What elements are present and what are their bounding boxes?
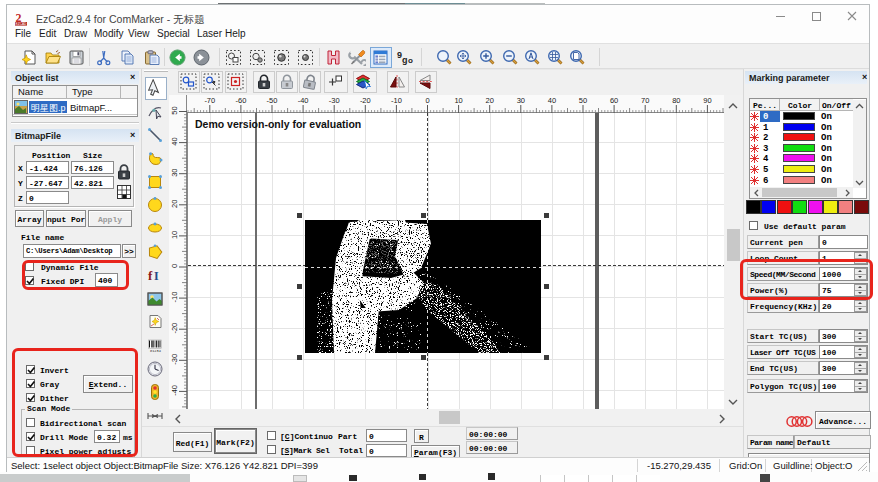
svg-text:-20: -20 (360, 96, 371, 105)
svg-text:-30: -30 (329, 96, 340, 105)
svg-text:50: 50 (579, 96, 587, 105)
svg-text:40: 40 (548, 96, 556, 105)
svg-text:70: 70 (641, 96, 649, 105)
svg-text:-30: -30 (170, 354, 179, 365)
svg-text:20: 20 (486, 96, 494, 105)
svg-text:g: g (402, 55, 408, 65)
svg-text:-10: -10 (391, 96, 402, 105)
svg-text:50: 50 (170, 106, 179, 114)
svg-text:0: 0 (425, 96, 429, 105)
svg-text:o: o (408, 56, 413, 65)
svg-text:I: I (154, 269, 159, 283)
svg-text:f: f (148, 268, 153, 283)
svg-text:-40: -40 (170, 385, 179, 396)
svg-text:-20: -20 (170, 323, 179, 334)
svg-text:0: 0 (170, 264, 179, 268)
svg-text:-50: -50 (267, 96, 278, 105)
svg-text:-40: -40 (298, 96, 309, 105)
svg-text:20: 20 (170, 200, 179, 208)
svg-text:10: 10 (454, 96, 462, 105)
svg-text:-10: -10 (170, 292, 179, 303)
svg-text:90: 90 (703, 96, 711, 105)
svg-text:80: 80 (672, 96, 680, 105)
svg-text:60: 60 (610, 96, 618, 105)
svg-text:40: 40 (170, 137, 179, 145)
svg-text:10: 10 (170, 231, 179, 239)
svg-text:EZCAD: EZCAD (16, 22, 28, 26)
svg-text:-60: -60 (235, 96, 246, 105)
svg-text:-70: -70 (204, 96, 215, 105)
svg-text:30: 30 (517, 96, 525, 105)
svg-text:81234: 81234 (150, 349, 161, 353)
svg-text:30: 30 (170, 169, 179, 177)
